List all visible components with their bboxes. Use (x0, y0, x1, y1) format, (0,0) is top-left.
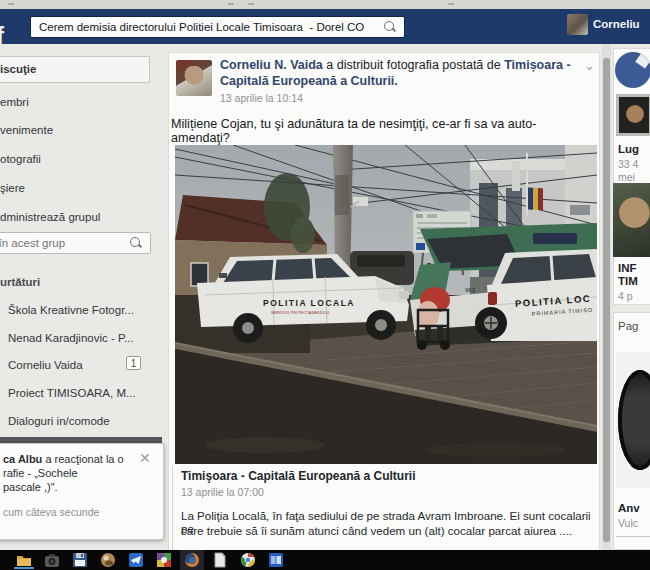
group-stat: 33 4 (618, 158, 638, 170)
camera-icon[interactable] (44, 552, 60, 568)
van-number-label: 963 (465, 287, 476, 293)
tab-mark (448, 3, 454, 5)
group-stat: mei (618, 171, 635, 183)
sidebar-item-administreaza[interactable]: dministrează grupul (0, 211, 160, 223)
group-search-box[interactable] (0, 232, 151, 254)
group-thumbnail-coin[interactable] (616, 94, 650, 136)
picasa-icon[interactable] (156, 552, 172, 568)
group-title[interactable]: Lug (618, 143, 639, 155)
search-box[interactable] (30, 16, 405, 38)
sidebar-item-discutie[interactable]: iscuţie (0, 63, 160, 75)
sidebar-item-membri[interactable]: embri (0, 96, 160, 108)
suggestion-title[interactable]: TIM (618, 275, 638, 287)
unread-count-badge: 1 (126, 356, 141, 370)
chrome-icon[interactable] (240, 552, 256, 568)
car-left-subtext: SERVICIUL PROTECTIA MEDIULUI (271, 311, 329, 315)
notification-time: cum câteva secunde (3, 506, 99, 518)
photo-scene: 963 POLITIA LOCALA SERVICIUL P (175, 145, 597, 464)
shortcuts-header: urtături (0, 276, 160, 288)
post-timestamp[interactable]: 13 aprilie la 10:14 (220, 92, 303, 104)
facebook-logo[interactable]: f (0, 22, 4, 50)
notification-actor: ca Albu (3, 453, 42, 465)
ad-subtitle: Vulc (618, 517, 638, 529)
group-badge-icon[interactable] (615, 52, 650, 88)
shared-page-link[interactable]: Timişoara - Capitală Europeană a Culturi… (181, 469, 416, 483)
facebook-header: f Corneliu (0, 9, 650, 44)
telegram-icon[interactable] (128, 552, 144, 568)
post-menu-chevron-icon[interactable]: ⌄ (584, 58, 595, 73)
sidebar-shortcut-proiect[interactable]: Proiect TIMISOARA, M... (8, 387, 168, 399)
close-icon[interactable]: ✕ (139, 450, 151, 466)
commander-icon[interactable] (268, 552, 284, 568)
gimp-icon[interactable] (100, 552, 116, 568)
browser-tab-strip (0, 0, 650, 9)
sidebar-item-evenimente[interactable]: venimente (0, 124, 160, 136)
pages-header: Pag (618, 320, 638, 332)
document-icon[interactable] (212, 552, 228, 568)
notification-text: ca Albu a reacţionat la o rafie - „Soche… (3, 452, 138, 494)
sidebar-shortcut-skola[interactable]: Škola Kreativne Fotogr... (8, 304, 168, 316)
tab-mark (248, 3, 254, 5)
avatar[interactable] (567, 14, 588, 35)
search-input[interactable] (31, 21, 384, 33)
notification-toast[interactable]: ca Albu a reacţionat la o rafie - „Soche… (0, 443, 164, 540)
suggestion-title[interactable]: INF (618, 262, 637, 274)
suggestion-photo[interactable] (613, 183, 650, 257)
floppy-icon[interactable] (72, 552, 88, 568)
post-author-avatar[interactable] (176, 60, 212, 96)
ad-image-tire[interactable] (616, 352, 650, 488)
firefox-icon[interactable] (184, 552, 200, 568)
post-message: Milițiene Cojan, tu şi adunătura ta de n… (171, 117, 595, 145)
post-photo[interactable]: 963 POLITIA LOCALA SERVICIUL P (175, 145, 597, 464)
profile-link[interactable]: Corneliu (593, 18, 640, 30)
sidebar-item-fotografii[interactable]: otografii (0, 153, 160, 165)
divider (616, 536, 650, 537)
tab-mark (8, 3, 14, 5)
scrollbar-thumb[interactable] (603, 58, 610, 542)
tab-mark (228, 3, 234, 5)
sidebar-shortcut-corneliu[interactable]: Corneliu Vaida (8, 359, 168, 371)
search-icon[interactable] (384, 21, 396, 33)
sidebar-item-fisiere[interactable]: şiere (0, 182, 160, 194)
folder-icon[interactable] (16, 552, 32, 568)
car-left-text: POLITIA LOCALA (263, 298, 355, 308)
shared-text-line2: care trebuie să îi sunăm atunci când ved… (181, 524, 593, 537)
suggestion-stat: 4 p (618, 290, 633, 302)
sidebar-shortcut-dialoguri[interactable]: Dialoguri in/comode (8, 415, 168, 427)
taskbar (0, 550, 650, 570)
shared-timestamp[interactable]: 13 aprilie la 07:00 (181, 486, 264, 498)
post-author-link[interactable]: Corneliu N. Vaida (220, 58, 323, 72)
sidebar-shortcut-nenad[interactable]: Nenad Karadjinovic - P... (8, 332, 168, 344)
group-search-icon[interactable] (130, 237, 142, 249)
post-header: Corneliu N. Vaida a distribuit fotografi… (220, 57, 590, 89)
group-search-input[interactable] (0, 237, 130, 249)
ad-title[interactable]: Anv (618, 502, 640, 514)
